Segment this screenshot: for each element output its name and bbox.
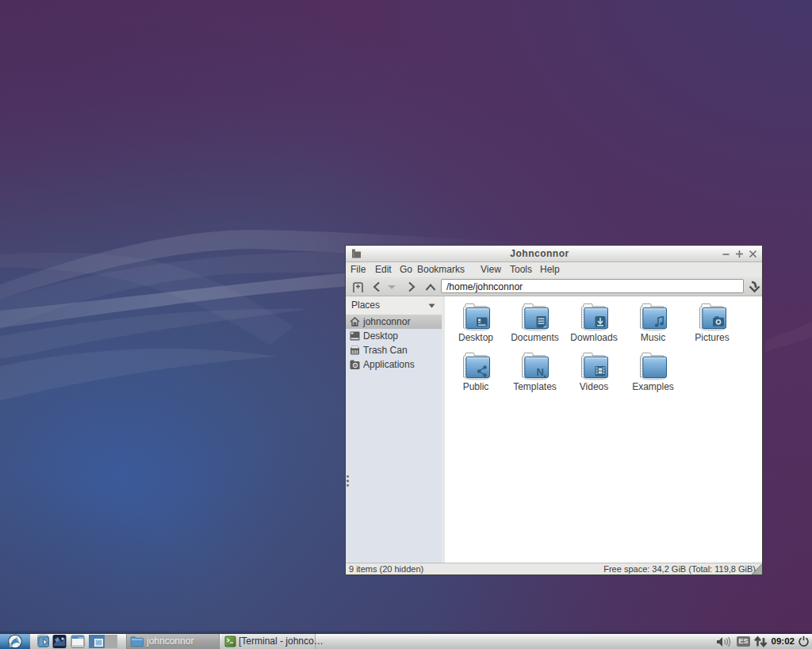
svg-text:N: N [537, 366, 544, 378]
